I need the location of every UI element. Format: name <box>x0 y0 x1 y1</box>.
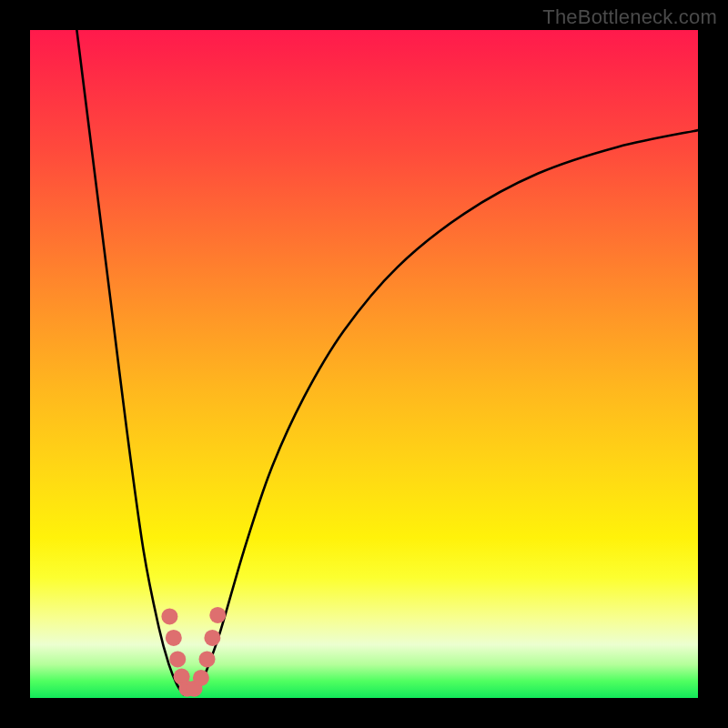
series-left-branch <box>76 30 183 694</box>
series-layer <box>76 30 698 694</box>
series-right-branch <box>197 130 699 694</box>
pink-dot <box>169 651 186 667</box>
watermark-text: TheBottleneck.com <box>542 5 717 29</box>
pink-dot <box>161 608 177 624</box>
pink-dot <box>204 630 220 646</box>
chart-frame: TheBottleneck.com <box>0 0 728 728</box>
chart-svg <box>30 30 698 698</box>
pink-dot <box>193 670 209 686</box>
pink-dot <box>166 630 182 646</box>
pink-dot <box>199 651 216 667</box>
plot-area <box>30 30 698 698</box>
pink-dot <box>209 607 226 623</box>
marker-layer <box>161 607 226 697</box>
